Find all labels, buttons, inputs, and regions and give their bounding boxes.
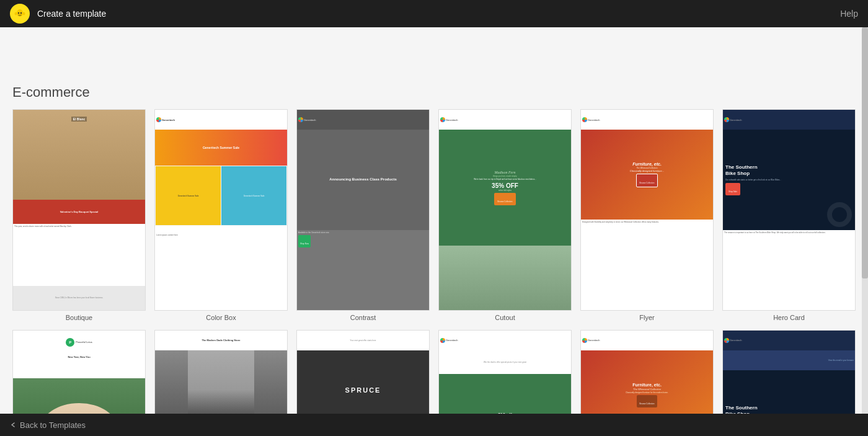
template-item-colorbox2: Generitech Generitech Summer Sale Generi…: [154, 109, 288, 321]
template-item-herocard2: Generitech The SouthernBike Shop Our sid…: [722, 109, 856, 321]
template-thumb-contrast2[interactable]: Generitech Announcing Business Class Pro…: [296, 109, 430, 311]
svg-point-3: [20, 12, 22, 14]
template-thumb-cutout2[interactable]: Generitech Madison Fern things you love,…: [438, 109, 572, 311]
template-item-cutout2: Generitech Madison Fern things you love,…: [438, 109, 572, 321]
mailchimp-logo: [10, 4, 30, 24]
page-wrapper: E-commerce .g6 { display:grid; grid-temp…: [0, 74, 868, 436]
template-label-contrast2: Contrast: [350, 314, 376, 321]
template-label-colorbox2: Color Box: [206, 314, 236, 321]
header: Create a template Help: [0, 0, 868, 27]
template-thumb-boutique[interactable]: El Blanc Valentine's Day Bouquet Special…: [12, 109, 146, 311]
svg-point-2: [18, 12, 19, 14]
template-label-herocard2: Hero Card: [773, 314, 805, 321]
template-label-flyer2: Flyer: [639, 314, 654, 321]
svg-point-4: [15, 12, 17, 16]
scrollbar-thumb[interactable]: [862, 27, 868, 278]
section-heading: E-commerce: [12, 84, 856, 100]
template-item-contrast2: Generitech Announcing Business Class Pro…: [296, 109, 430, 321]
template-thumb-colorbox2[interactable]: Generitech Generitech Summer Sale Generi…: [154, 109, 288, 311]
page-title: Create a template: [37, 9, 106, 19]
template-item-flyer2: Generitech Furniture, etc. The Whimsical…: [580, 109, 714, 321]
template-row-1: El Blanc Valentine's Day Bouquet Special…: [12, 109, 856, 321]
page-content: [0, 27, 868, 52]
svg-point-5: [23, 12, 25, 16]
back-to-templates-link[interactable]: Back to Templates: [10, 420, 86, 430]
back-arrow-icon: [10, 422, 16, 428]
footer: Back to Templates: [0, 414, 868, 436]
template-label-cutout2: Cutout: [495, 314, 515, 321]
template-thumb-herocard2[interactable]: Generitech The SouthernBike Shop Our sid…: [722, 109, 856, 311]
scrollbar[interactable]: [862, 27, 868, 414]
template-label-boutique: Boutique: [66, 314, 92, 321]
header-left: Create a template: [10, 4, 106, 24]
template-thumb-flyer2[interactable]: Generitech Furniture, etc. The Whimsical…: [580, 109, 714, 311]
help-link[interactable]: Help: [840, 9, 858, 19]
back-label: Back to Templates: [20, 420, 86, 430]
template-item-boutique: El Blanc Valentine's Day Bouquet Special…: [12, 109, 146, 321]
